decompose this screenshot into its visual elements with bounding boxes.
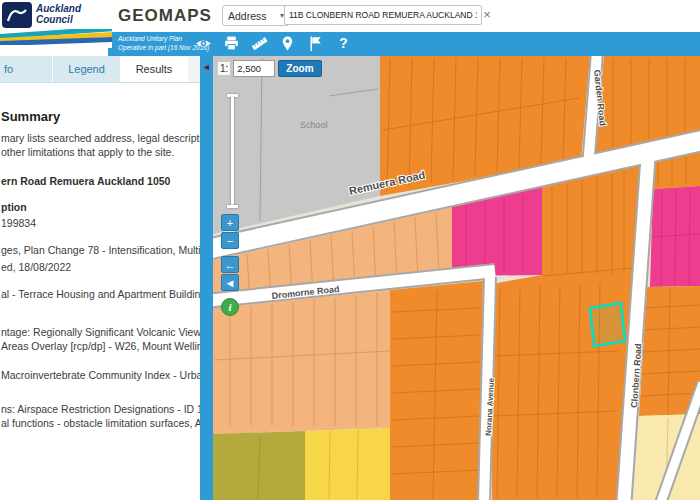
marker-tool-button[interactable] — [278, 35, 296, 53]
viewshaft-line: Areas Overlay [rcp/dp] - W26, Mount Well… — [1, 340, 194, 354]
map-svg: School Remuera Road Dromorne Road Garden… — [200, 56, 700, 500]
zone-yellow — [305, 428, 390, 500]
print-tool-button[interactable] — [222, 35, 240, 53]
help-tool-button[interactable]: ? — [334, 35, 352, 53]
summary-text-line: mary lists searched address, legal descr… — [1, 132, 194, 146]
selected-parcel-highlight — [590, 303, 625, 346]
plan-changes-text: ges, Plan Change 78 - Intensification, M… — [1, 244, 200, 256]
tab-info[interactable]: fo — [0, 56, 53, 82]
search-input[interactable] — [284, 5, 482, 25]
visibility-tool-button[interactable] — [194, 35, 212, 53]
slider-tick — [227, 205, 238, 208]
viewshaft-line: ntage: Regionally Significant Volcanic V… — [1, 326, 194, 340]
logo-wave — [0, 29, 112, 45]
designation-line: al functions - obstacle limitation surfa… — [1, 417, 194, 431]
info-button[interactable]: i — [221, 298, 239, 316]
print-icon — [223, 35, 240, 52]
eye-icon — [195, 35, 212, 52]
panel-collapse-strip[interactable]: ◄ — [200, 56, 213, 500]
results-panel[interactable]: Summary mary lists searched address, leg… — [0, 83, 200, 500]
designation-line: ns: Airspace Restriction Designations - … — [1, 403, 194, 417]
summary-heading: Summary — [1, 109, 194, 124]
plan-changes-line: ges, Plan Change 78 - Intensification, M… — [1, 244, 194, 258]
scale-input[interactable] — [233, 60, 275, 77]
search-type-label: Address — [228, 10, 267, 22]
tab-results[interactable]: Results — [121, 56, 188, 82]
tab-legend[interactable]: Legend — [53, 56, 121, 82]
app-title: GEOMAPS — [118, 6, 212, 26]
school-label: School — [300, 120, 328, 130]
scale-control: 1: Zoom — [218, 60, 322, 77]
clear-search-button[interactable]: × — [479, 6, 495, 24]
help-icon: ? — [335, 35, 352, 52]
geomaps-app: GEOMAPS Address ▾ × Auckland Council Auc… — [0, 0, 700, 500]
searched-address: ern Road Remuera Auckland 1050 — [1, 175, 194, 189]
zoom-button[interactable]: Zoom — [278, 60, 321, 77]
tab-filler — [188, 56, 200, 82]
logo-text: Auckland Council — [36, 4, 81, 25]
toolbar: Auckland Unitary Plan Operative in part … — [108, 32, 700, 56]
scale-prefix: 1: — [218, 62, 230, 75]
panel-tabs: fo Legend Results — [0, 56, 200, 83]
collapse-panel-icon[interactable]: ◄ — [202, 62, 211, 72]
logo-area: Auckland Council — [0, 0, 112, 48]
zoom-out-button[interactable]: − — [221, 232, 239, 249]
legal-description-value: 199834 — [1, 217, 194, 231]
slider-track[interactable] — [231, 97, 234, 205]
search-type-dropdown[interactable]: Address ▾ — [222, 5, 290, 26]
back-extent-button[interactable]: ← — [221, 256, 239, 273]
previous-extent-button[interactable]: ◄ — [221, 274, 239, 291]
zone-line: al - Terrace Housing and Apartment Build… — [1, 288, 194, 302]
council-emblem-icon — [2, 2, 32, 28]
zoom-in-button[interactable]: + — [221, 214, 239, 231]
macroinvertebrate-line: Macroinvertebrate Community Index - Urba… — [1, 369, 194, 383]
legal-description-label: ption — [1, 201, 194, 215]
map-canvas[interactable]: School Remuera Road Dromorne Road Garden… — [200, 56, 700, 500]
plan-changes-date: ed, 18/08/2022 — [1, 261, 194, 275]
measure-tool-button[interactable] — [250, 35, 268, 53]
ruler-icon — [251, 35, 268, 52]
zoom-slider[interactable] — [227, 94, 238, 208]
svg-text:?: ? — [339, 35, 347, 51]
zone-peach-bottom — [213, 290, 390, 434]
flag-icon — [307, 35, 324, 52]
map-marker-icon — [279, 35, 296, 52]
bookmark-tool-button[interactable] — [306, 35, 324, 53]
summary-text-line: other limitations that apply to the site… — [1, 146, 194, 160]
side-panel: fo Legend Results Summary mary lists sea… — [0, 56, 200, 500]
